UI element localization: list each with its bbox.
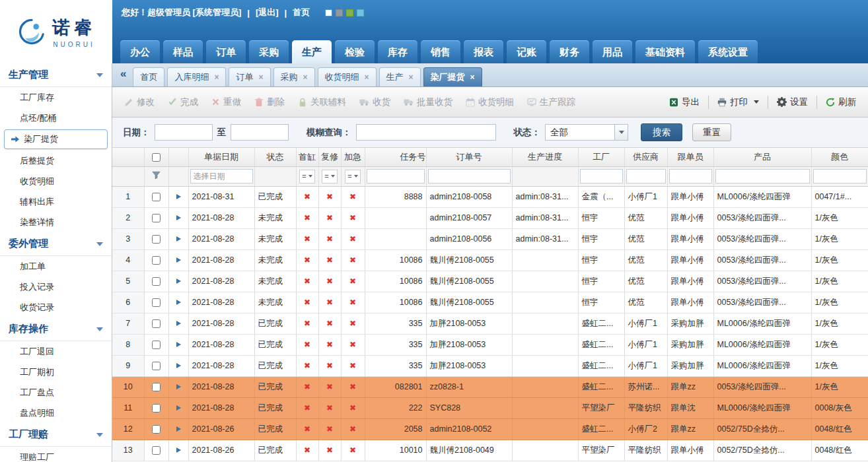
- expand-row-icon[interactable]: [176, 194, 181, 199]
- expand-row-icon[interactable]: [176, 405, 181, 411]
- col-header-factory[interactable]: 工厂: [578, 148, 624, 166]
- tab-4[interactable]: 收货明细×: [318, 67, 377, 86]
- expand-row-icon[interactable]: [176, 342, 181, 347]
- date-to-input[interactable]: [231, 124, 289, 141]
- reset-button[interactable]: 重置: [692, 123, 731, 141]
- nav-item-3[interactable]: 采购: [249, 40, 289, 63]
- sidebar-item-0-1[interactable]: 点坯/配桶: [0, 108, 112, 128]
- home-link[interactable]: 首页: [293, 7, 310, 18]
- nav-item-0[interactable]: 办公: [120, 40, 160, 63]
- table-row[interactable]: 102021-08-28已完成✖✖✖082801zz0828-1盛虹二...苏州…: [112, 376, 868, 397]
- filter-operator-first[interactable]: =: [299, 170, 314, 183]
- row-checkbox[interactable]: [152, 446, 161, 455]
- date-from-input[interactable]: [155, 124, 213, 141]
- sidebar-item-0-0[interactable]: 工厂库存: [0, 87, 112, 108]
- col-header-supplier[interactable]: 供应商: [624, 148, 667, 166]
- sidebar-item-3-0[interactable]: 理赔工厂: [0, 447, 112, 462]
- table-row[interactable]: 112021-08-28已完成✖✖✖222SYC828平望染厂平隆纺织跟单沈ML…: [112, 397, 868, 418]
- nav-item-9[interactable]: 记账: [507, 40, 546, 63]
- row-checkbox[interactable]: [152, 235, 161, 244]
- expand-row-icon[interactable]: [176, 426, 181, 432]
- nav-item-8[interactable]: 报表: [464, 40, 503, 63]
- table-row[interactable]: 132021-08-26已完成✖✖✖10010魏川傅2108-0049平望染厂平…: [112, 440, 868, 461]
- sidebar-section-3[interactable]: 工厂理赔: [0, 423, 112, 447]
- select-all-checkbox[interactable]: [152, 153, 161, 162]
- row-checkbox[interactable]: [152, 193, 161, 201]
- filter-funnel-icon[interactable]: [152, 171, 161, 180]
- expand-row-icon[interactable]: [176, 279, 181, 284]
- sidebar-item-2-0[interactable]: 工厂退回: [0, 341, 112, 362]
- expand-row-icon[interactable]: [176, 300, 181, 305]
- nav-item-7[interactable]: 销售: [421, 40, 460, 63]
- row-checkbox[interactable]: [152, 404, 161, 412]
- tab-close-icon[interactable]: ×: [409, 73, 414, 82]
- table-row[interactable]: 92021-08-28已完成✖✖✖335加胖2108-0053盛虹二...小傅厂…: [112, 355, 868, 376]
- sidebar-item-0-6[interactable]: 染整详情: [0, 212, 112, 232]
- search-button[interactable]: 搜索: [641, 123, 682, 141]
- sidebar-item-1-2[interactable]: 收货记录: [0, 297, 112, 317]
- status-select[interactable]: 全部: [545, 124, 628, 141]
- filter-input-product[interactable]: [715, 169, 810, 183]
- expand-row-icon[interactable]: [176, 236, 181, 242]
- table-row[interactable]: 122021-08-26已完成✖✖✖2058admin2108-0052盛虹二.…: [112, 418, 868, 440]
- row-checkbox[interactable]: [152, 383, 161, 391]
- tab-close-icon[interactable]: ×: [365, 73, 369, 82]
- tab-close-icon[interactable]: ×: [214, 73, 219, 82]
- tab-close-icon[interactable]: ×: [470, 73, 475, 82]
- filter-date-input[interactable]: [190, 169, 253, 183]
- sidebar-item-0-2[interactable]: 染厂提货: [4, 129, 108, 149]
- fuzzy-search-input[interactable]: [356, 124, 496, 141]
- sidebar-item-1-1[interactable]: 投入记录: [0, 277, 112, 297]
- table-row[interactable]: 52021-08-28未完成✖✖✖10086魏川傅2108-0055恒宇优范跟单…: [112, 271, 868, 292]
- expand-row-icon[interactable]: [176, 363, 181, 368]
- theme-green-swatch[interactable]: [346, 9, 353, 16]
- sidebar-item-0-3[interactable]: 后整提货: [0, 150, 112, 171]
- tab-6[interactable]: 染厂提货×: [423, 67, 482, 86]
- filter-input-color[interactable]: [813, 169, 867, 183]
- theme-cyan-swatch[interactable]: [357, 9, 364, 16]
- nav-item-13[interactable]: 系统设置: [698, 40, 758, 63]
- tab-3[interactable]: 采购×: [273, 67, 315, 86]
- nav-item-11[interactable]: 用品: [593, 40, 632, 63]
- row-checkbox[interactable]: [152, 214, 161, 222]
- nav-item-12[interactable]: 基础资料: [635, 40, 695, 63]
- row-checkbox[interactable]: [152, 298, 161, 307]
- col-header-order[interactable]: 订单号: [426, 148, 512, 166]
- col-header-color[interactable]: 颜色: [811, 148, 868, 166]
- tab-close-icon[interactable]: ×: [258, 73, 263, 82]
- expand-row-icon[interactable]: [176, 321, 181, 326]
- table-row[interactable]: 12021-08-31已完成✖✖✖8888admin2108-0058admin…: [112, 186, 868, 207]
- nav-item-5[interactable]: 检验: [335, 40, 375, 63]
- sidebar-section-2[interactable]: 库存操作: [0, 317, 112, 341]
- tab-close-icon[interactable]: ×: [303, 73, 308, 82]
- col-header-first[interactable]: 首缸: [296, 148, 318, 166]
- filter-input-task[interactable]: [367, 169, 425, 183]
- sidebar-item-2-3[interactable]: 盘点明细: [0, 403, 112, 423]
- col-header-product[interactable]: 产品: [713, 148, 811, 166]
- theme-default-swatch[interactable]: [325, 9, 332, 16]
- row-checkbox[interactable]: [152, 277, 161, 286]
- row-checkbox[interactable]: [152, 425, 161, 434]
- filter-input-supplier[interactable]: [626, 169, 666, 183]
- col-header-merch[interactable]: 跟单员: [667, 148, 713, 166]
- sidebar-item-0-5[interactable]: 辅料出库: [0, 191, 112, 212]
- tab-5[interactable]: 生产×: [379, 67, 421, 86]
- theme-gray-swatch[interactable]: [336, 9, 343, 16]
- expand-row-icon[interactable]: [176, 215, 181, 220]
- row-checkbox[interactable]: [152, 362, 161, 370]
- tab-2[interactable]: 订单×: [229, 67, 270, 86]
- col-header-date[interactable]: 单据日期: [188, 148, 254, 166]
- settings-button[interactable]: 设置: [770, 92, 814, 112]
- table-row[interactable]: 42021-08-28未完成✖✖✖10086魏川傅2108-0055恒宇优范跟单…: [112, 249, 868, 271]
- tab-0[interactable]: 首页: [133, 67, 164, 86]
- expand-row-icon[interactable]: [176, 384, 181, 389]
- row-checkbox[interactable]: [152, 319, 161, 328]
- nav-item-4[interactable]: 生产: [292, 40, 332, 63]
- row-checkbox[interactable]: [152, 256, 161, 265]
- table-row[interactable]: 82021-08-28已完成✖✖✖335加胖2108-0053盛虹二...小傅厂…: [112, 334, 868, 355]
- expand-row-icon[interactable]: [176, 447, 181, 453]
- nav-item-10[interactable]: 财务: [550, 40, 589, 63]
- tab-1[interactable]: 入库明细×: [167, 67, 226, 86]
- table-row[interactable]: 22021-08-28未完成✖✖✖admin2108-0057admin:08-…: [112, 207, 868, 228]
- table-row[interactable]: 62021-08-28未完成✖✖✖10086魏川傅2108-0055恒宇优范跟单…: [112, 292, 868, 313]
